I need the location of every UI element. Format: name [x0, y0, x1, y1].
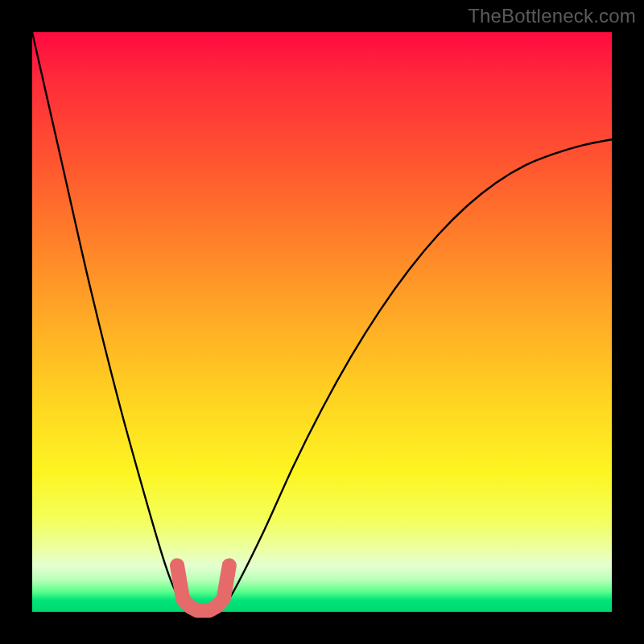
bottleneck-curve [32, 32, 612, 612]
valley-marker [177, 565, 229, 610]
plot-area [32, 32, 612, 612]
outer-frame: TheBottleneck.com [0, 0, 644, 644]
watermark-text: TheBottleneck.com [468, 5, 636, 27]
curve-layer [32, 32, 612, 612]
